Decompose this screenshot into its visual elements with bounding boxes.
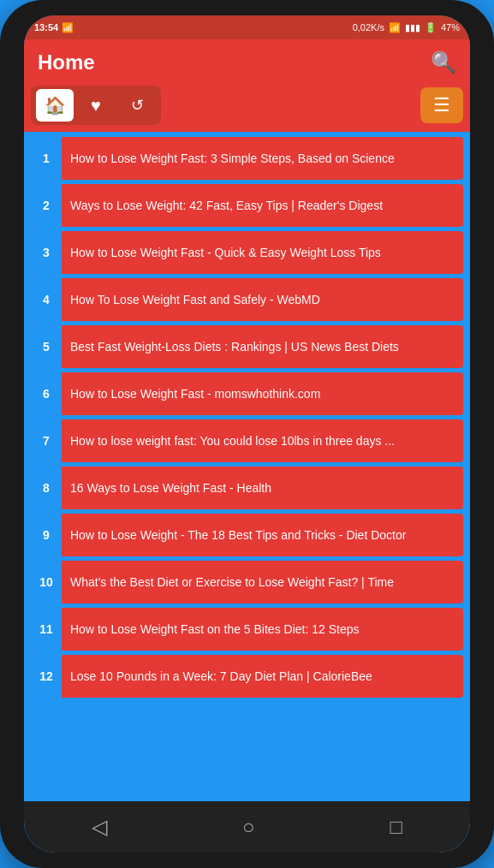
tab-bar: 🏠 ♥ ↺ ☰ xyxy=(24,86,470,132)
status-right: 0,02K/s 📶 ▮▮▮ 🔋 47% xyxy=(353,22,460,33)
status-battery-icon: 🔋 xyxy=(425,22,437,33)
item-text: Lose 10 Pounds in a Week: 7 Day Diet Pla… xyxy=(62,662,381,692)
phone-frame: 13:54 📶 0,02K/s 📶 ▮▮▮ 🔋 47% Home 🔍 🏠 xyxy=(0,0,494,868)
status-bar: 13:54 📶 0,02K/s 📶 ▮▮▮ 🔋 47% xyxy=(24,15,470,39)
list-item[interactable]: 4 How To Lose Weight Fast and Safely - W… xyxy=(31,278,463,321)
list-item[interactable]: 2 Ways to Lose Weight: 42 Fast, Easy Tip… xyxy=(31,184,463,227)
item-text: Ways to Lose Weight: 42 Fast, Easy Tips … xyxy=(62,191,391,221)
item-text: How to Lose Weight Fast - Quick & Easy W… xyxy=(62,238,390,268)
app-header: Home 🔍 xyxy=(24,39,470,86)
item-text: How to Lose Weight - The 18 Best Tips an… xyxy=(62,520,414,550)
status-left: 13:54 📶 xyxy=(34,22,74,33)
list-item[interactable]: 11 How to Lose Weight Fast on the 5 Bite… xyxy=(31,608,463,651)
item-number: 10 xyxy=(31,561,62,603)
item-text: How to Lose Weight Fast: 3 Simple Steps,… xyxy=(62,144,403,174)
bottom-nav: ◁ ○ □ xyxy=(24,801,470,853)
history-icon: ↺ xyxy=(131,96,144,115)
item-number: 12 xyxy=(31,655,62,698)
item-text: 16 Ways to Lose Weight Fast - Health xyxy=(62,473,280,503)
status-network: 0,02K/s xyxy=(353,22,384,33)
status-wifi-icon: 📶 xyxy=(389,22,401,33)
list-item[interactable]: 6 How to Lose Weight Fast - momswhothink… xyxy=(31,372,463,415)
item-text: How To Lose Weight Fast and Safely - Web… xyxy=(62,285,329,315)
item-number: 7 xyxy=(31,419,62,462)
item-text: Best Fast Weight-Loss Diets : Rankings |… xyxy=(62,332,408,362)
recent-button[interactable]: □ xyxy=(373,808,420,846)
item-number: 1 xyxy=(31,137,62,180)
list-item[interactable]: 1 How to Lose Weight Fast: 3 Simple Step… xyxy=(31,137,463,180)
screen: 13:54 📶 0,02K/s 📶 ▮▮▮ 🔋 47% Home 🔍 🏠 xyxy=(24,15,470,853)
list-item[interactable]: 12 Lose 10 Pounds in a Week: 7 Day Diet … xyxy=(31,655,463,698)
item-number: 8 xyxy=(31,467,62,509)
tab-home[interactable]: 🏠 xyxy=(36,89,74,122)
tab-group: 🏠 ♥ ↺ xyxy=(31,86,161,125)
item-text: How to lose weight fast: You could lose … xyxy=(62,426,403,456)
back-button[interactable]: ◁ xyxy=(74,808,124,846)
content-list: 1 How to Lose Weight Fast: 3 Simple Step… xyxy=(24,132,470,801)
item-text: How to Lose Weight Fast on the 5 Bites D… xyxy=(62,615,367,645)
search-icon[interactable]: 🔍 xyxy=(431,51,456,74)
item-text: What's the Best Diet or Exercise to Lose… xyxy=(62,568,402,597)
status-sim-icon: 📶 xyxy=(62,22,74,33)
menu-icon: ☰ xyxy=(433,94,450,116)
item-number: 9 xyxy=(31,514,62,556)
list-item[interactable]: 5 Best Fast Weight-Loss Diets : Rankings… xyxy=(31,325,463,368)
item-number: 5 xyxy=(31,325,62,368)
heart-icon: ♥ xyxy=(91,96,101,116)
page-title: Home xyxy=(38,51,95,74)
home-button[interactable]: ○ xyxy=(225,808,272,846)
item-number: 4 xyxy=(31,278,62,321)
status-battery: 47% xyxy=(441,22,460,33)
list-item[interactable]: 3 How to Lose Weight Fast - Quick & Easy… xyxy=(31,231,463,274)
item-number: 2 xyxy=(31,184,62,227)
home-icon: 🏠 xyxy=(45,95,66,116)
tab-favorites[interactable]: ♥ xyxy=(77,89,115,122)
list-item[interactable]: 8 16 Ways to Lose Weight Fast - Health xyxy=(31,467,463,509)
status-signal-icon: ▮▮▮ xyxy=(405,22,420,33)
item-number: 6 xyxy=(31,372,62,415)
list-item[interactable]: 10 What's the Best Diet or Exercise to L… xyxy=(31,561,463,603)
item-text: How to Lose Weight Fast - momswhothink.c… xyxy=(62,379,329,409)
item-number: 3 xyxy=(31,231,62,274)
item-number: 11 xyxy=(31,608,62,651)
tab-history[interactable]: ↺ xyxy=(118,89,156,122)
status-time: 13:54 xyxy=(34,22,58,33)
list-item[interactable]: 7 How to lose weight fast: You could los… xyxy=(31,419,463,462)
list-item[interactable]: 9 How to Lose Weight - The 18 Best Tips … xyxy=(31,514,463,556)
menu-button[interactable]: ☰ xyxy=(420,87,463,123)
